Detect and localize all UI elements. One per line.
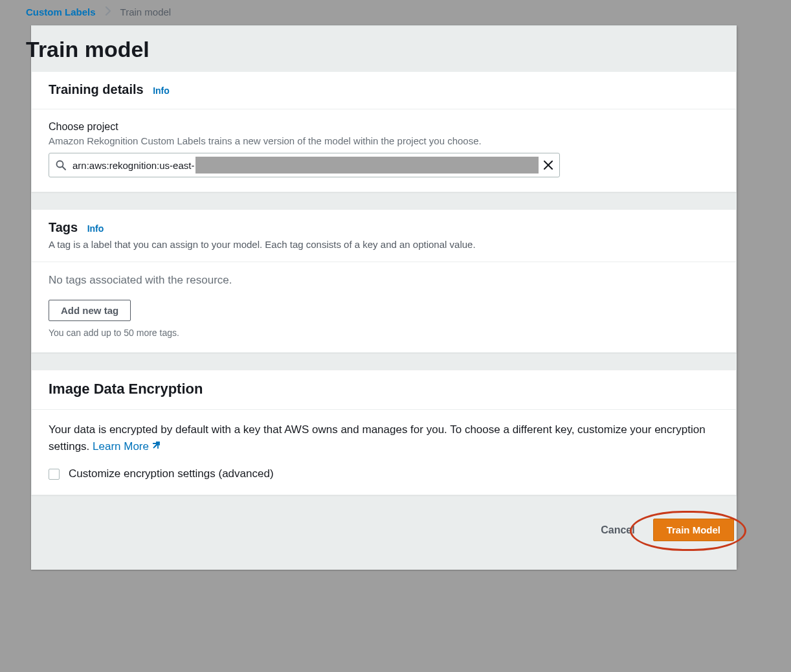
external-link-icon xyxy=(150,440,161,450)
choose-project-value: arn:aws:rekognition:us-east- xyxy=(66,160,194,171)
choose-project-label: Choose project xyxy=(49,121,719,133)
svg-line-5 xyxy=(155,442,159,447)
breadcrumb-link-custom-labels[interactable]: Custom Labels xyxy=(26,6,96,17)
training-details-title: Training details xyxy=(49,82,144,97)
breadcrumb-current: Train model xyxy=(120,6,172,17)
encryption-title: Image Data Encryption xyxy=(49,381,203,398)
customize-encryption-label: Customize encryption settings (advanced) xyxy=(69,467,274,480)
redacted-region xyxy=(195,157,539,174)
chevron-right-icon xyxy=(105,6,111,17)
train-model-button[interactable]: Train Model xyxy=(653,519,734,541)
cancel-button[interactable]: Cancel xyxy=(594,519,641,541)
learn-more-text: Learn More xyxy=(93,440,149,453)
svg-line-1 xyxy=(63,167,66,170)
info-link-tags[interactable]: Info xyxy=(87,223,104,234)
add-new-tag-button[interactable]: Add new tag xyxy=(49,300,131,321)
choose-project-input[interactable]: arn:aws:rekognition:us-east- xyxy=(49,153,560,177)
learn-more-link[interactable]: Learn More xyxy=(93,440,161,453)
choose-project-hint: Amazon Rekognition Custom Labels trains … xyxy=(49,135,719,146)
checkbox-icon xyxy=(49,469,60,480)
footer-actions: Cancel Train Model xyxy=(31,512,737,557)
search-icon xyxy=(56,160,66,170)
info-link-training-details[interactable]: Info xyxy=(153,85,170,96)
card-tags: Tags Info A tag is a label that you can … xyxy=(31,209,737,353)
card-training-details: Training details Info Choose project Ama… xyxy=(31,71,737,192)
clear-input-icon[interactable] xyxy=(542,159,554,171)
tags-empty-text: No tags associated with the resource. xyxy=(49,274,719,287)
page-title: Train model xyxy=(26,37,150,62)
tags-title: Tags xyxy=(49,220,78,235)
tags-limit-hint: You can add up to 50 more tags. xyxy=(49,328,719,338)
customize-encryption-checkbox[interactable]: Customize encryption settings (advanced) xyxy=(49,467,719,480)
encryption-description: Your data is encrypted by default with a… xyxy=(49,421,719,454)
card-image-data-encryption: Image Data Encryption Your data is encry… xyxy=(31,370,737,495)
tags-subtitle: A tag is a label that you can assign to … xyxy=(49,239,719,250)
breadcrumb: Custom Labels Train model xyxy=(0,0,791,25)
